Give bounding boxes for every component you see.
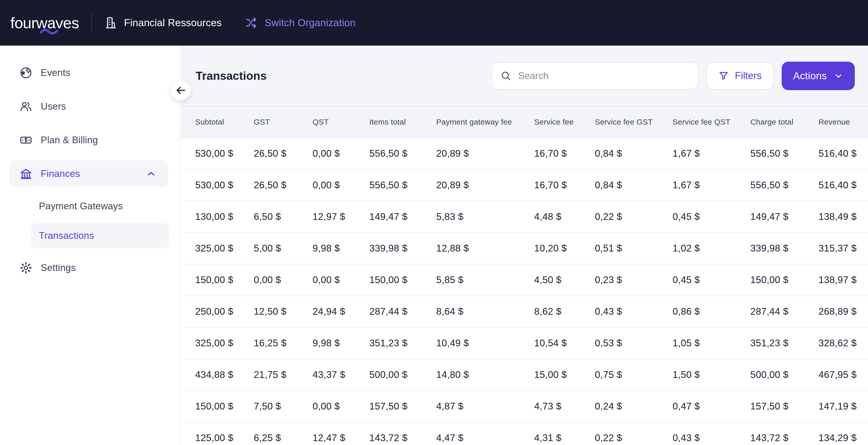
table-row[interactable]: 325,00 $16,25 $9,98 $351,23 $10,49 $10,5… — [181, 328, 868, 359]
cell: 0,86 $ — [673, 306, 750, 317]
cell: 150,00 $ — [750, 275, 818, 285]
sidebar-item-transactions[interactable]: Transactions — [31, 223, 169, 248]
cell: 4,31 $ — [534, 433, 595, 443]
cell: 134,29 $ — [818, 433, 868, 443]
cell: 150,00 $ — [369, 275, 436, 285]
cell: 0,00 $ — [313, 180, 369, 191]
table-row[interactable]: 125,00 $6,25 $12,47 $143,72 $4,47 $4,31 … — [181, 422, 868, 445]
table-row[interactable]: 150,00 $0,00 $0,00 $150,00 $5,85 $4,50 $… — [181, 264, 868, 296]
cell: 1,67 $ — [673, 148, 750, 159]
cell: 0,53 $ — [595, 338, 673, 349]
cell: 21,75 $ — [254, 369, 313, 380]
cell: 1,50 $ — [673, 369, 750, 380]
sidebar-item-plan-billing[interactable]: Plan & Billing — [0, 123, 180, 157]
arrow-left-icon — [175, 85, 187, 96]
sidebar-item-label: Settings — [41, 262, 76, 273]
cell: 556,50 $ — [750, 148, 818, 159]
search-input[interactable] — [518, 70, 690, 82]
table-row[interactable]: 130,00 $6,50 $12,97 $149,47 $5,83 $4,48 … — [181, 201, 868, 233]
table-row[interactable]: 530,00 $26,50 $0,00 $556,50 $20,89 $16,7… — [181, 170, 868, 201]
cell: 157,50 $ — [369, 401, 436, 412]
cell: 287,44 $ — [750, 306, 818, 317]
cell: 1,05 $ — [673, 338, 750, 349]
cell: 4,87 $ — [436, 401, 534, 412]
cell: 15,00 $ — [534, 369, 595, 380]
cell: 287,44 $ — [369, 306, 436, 317]
cell: 339,98 $ — [750, 243, 818, 254]
cell: 138,97 $ — [818, 275, 868, 285]
cell: 143,72 $ — [369, 433, 436, 443]
cell: 516,40 $ — [818, 148, 868, 159]
table-row[interactable]: 530,00 $26,50 $0,00 $556,50 $20,89 $16,7… — [181, 138, 868, 170]
table-row[interactable]: 325,00 $5,00 $9,98 $339,98 $12,88 $10,20… — [181, 233, 868, 264]
sidebar-item-finances[interactable]: Finances — [9, 160, 168, 187]
actions-label: Actions — [793, 70, 827, 82]
sidebar-item-settings[interactable]: Settings — [0, 251, 180, 285]
fourwaves-logo[interactable]: fourwaves — [10, 14, 79, 32]
sidebar-item-events[interactable]: Events — [0, 56, 180, 90]
cell: 0,22 $ — [595, 211, 673, 222]
cell: 138,49 $ — [818, 211, 868, 222]
column-header: Subtotal — [195, 118, 254, 126]
transactions-table: Subtotal GST QST Items total Payment gat… — [181, 106, 868, 445]
cell: 20,89 $ — [436, 180, 534, 191]
cell: 12,50 $ — [254, 306, 313, 317]
cell: 10,49 $ — [436, 338, 534, 349]
table-row[interactable]: 150,00 $7,50 $0,00 $157,50 $4,87 $4,73 $… — [181, 391, 868, 422]
sidebar-item-label: Events — [41, 67, 70, 78]
cell: 351,23 $ — [369, 338, 436, 349]
cell: 149,47 $ — [750, 211, 818, 222]
cell: 530,00 $ — [195, 148, 254, 159]
cell: 0,00 $ — [313, 401, 369, 412]
cell: 4,50 $ — [534, 275, 595, 285]
cell: 0,51 $ — [595, 243, 673, 254]
cell: 268,89 $ — [818, 306, 868, 317]
cell: 0,00 $ — [313, 275, 369, 285]
cell: 14,80 $ — [436, 369, 534, 380]
cell: 43,37 $ — [313, 369, 369, 380]
actions-button[interactable]: Actions — [782, 62, 855, 90]
cell: 147,19 $ — [818, 401, 868, 412]
filters-button[interactable]: Filters — [706, 62, 774, 90]
cell: 467,95 $ — [818, 369, 868, 380]
cell: 149,47 $ — [369, 211, 436, 222]
switch-organization-link[interactable]: Switch Organization — [245, 16, 355, 29]
cell: 16,70 $ — [534, 148, 595, 159]
cell: 0,22 $ — [595, 433, 673, 443]
column-header: Revenue — [818, 118, 868, 126]
cell: 315,37 $ — [818, 243, 868, 254]
cell: 0,43 $ — [673, 433, 750, 443]
gear-icon — [20, 261, 32, 274]
sidebar-collapse-button[interactable] — [170, 80, 191, 100]
cell: 125,00 $ — [195, 433, 254, 443]
cell: 12,97 $ — [313, 211, 369, 222]
cell: 5,83 $ — [436, 211, 534, 222]
cell: 1,02 $ — [673, 243, 750, 254]
main-content: Transactions Filters Actions — [181, 45, 868, 445]
table-header-row: Subtotal GST QST Items total Payment gat… — [181, 106, 868, 138]
cell: 157,50 $ — [750, 401, 818, 412]
cell: 556,50 $ — [369, 148, 436, 159]
sidebar-item-users[interactable]: Users — [0, 90, 180, 123]
table-row[interactable]: 250,00 $12,50 $24,94 $287,44 $8,64 $8,62… — [181, 296, 868, 328]
cell: 530,00 $ — [195, 180, 254, 191]
cell: 0,47 $ — [673, 401, 750, 412]
cell: 0,84 $ — [595, 180, 673, 191]
search-box — [492, 62, 698, 90]
cell: 4,47 $ — [436, 433, 534, 443]
page-title: Transactions — [196, 69, 267, 83]
cell: 7,50 $ — [254, 401, 313, 412]
cell: 0,24 $ — [595, 401, 673, 412]
filter-funnel-icon — [718, 70, 729, 81]
search-icon — [500, 70, 512, 81]
topbar-divider — [91, 13, 92, 32]
cell: 4,48 $ — [534, 211, 595, 222]
top-bar: fourwaves Financial Ressources Switch Or… — [0, 0, 868, 45]
cell: 6,50 $ — [254, 211, 313, 222]
cell: 0,00 $ — [254, 275, 313, 285]
shuffle-icon — [245, 16, 258, 29]
table-row[interactable]: 434,88 $21,75 $43,37 $500,00 $14,80 $15,… — [181, 359, 868, 391]
page-header: Transactions Filters Actions — [181, 45, 868, 106]
sidebar-item-label: Users — [41, 101, 66, 112]
sidebar-item-payment-gateways[interactable]: Payment Gateways — [0, 191, 180, 222]
